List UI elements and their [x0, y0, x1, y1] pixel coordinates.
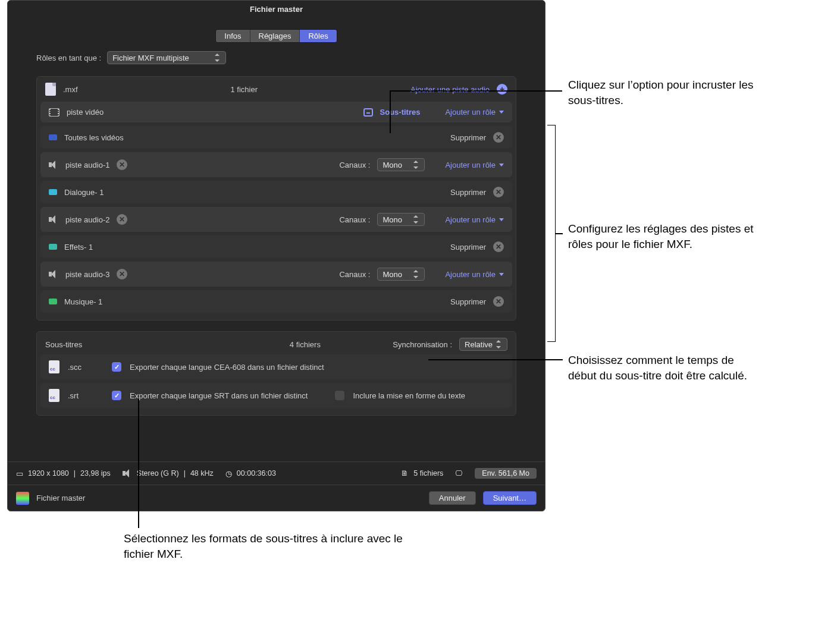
tab-infos[interactable]: Infos	[216, 30, 250, 42]
audio-subrow-label: Effets- 1	[64, 243, 93, 252]
callout-formats: Sélectionnez les formats de sous-titres …	[124, 531, 421, 561]
chevron-down-icon	[499, 218, 504, 221]
display-icon: 🖵	[455, 469, 463, 477]
remove-track-button[interactable]: ✕	[117, 159, 127, 170]
role-chip	[49, 244, 57, 250]
footer: Fichier master Annuler Suivant…	[8, 485, 545, 511]
roles-as-label: Rôles en tant que :	[36, 54, 101, 62]
add-role-button[interactable]: Ajouter un rôle	[445, 215, 504, 224]
status-bar: ▭ 1920 x 1080 | 23,98 ips Stereo (G R) |…	[8, 461, 545, 485]
include-formatting-label: Inclure la mise en forme du texte	[353, 391, 465, 400]
tab-bar: Infos Réglages Rôles	[8, 17, 545, 51]
add-audio-track-button[interactable]: Ajouter une piste audio	[410, 85, 490, 94]
speaker-icon	[49, 270, 58, 278]
captions-icon	[363, 108, 373, 117]
roles-as-value: Fichier MXF multipiste	[112, 54, 189, 62]
remove-button[interactable]: ✕	[493, 187, 504, 197]
audio-subrow-label: Musique- 1	[64, 297, 102, 306]
role-chip	[49, 189, 57, 195]
duration: 00:00:36:03	[237, 469, 276, 477]
chevron-down-icon	[499, 111, 504, 114]
next-button[interactable]: Suivant…	[483, 491, 537, 505]
plus-icon[interactable]: +	[497, 84, 507, 95]
channel-value: Mono	[382, 161, 402, 169]
chevron-down-icon	[499, 273, 504, 276]
role-chip	[49, 134, 57, 140]
audio-track-row: piste audio-1✕Canaux :MonoAjouter un rôl…	[40, 152, 512, 177]
caption-file-icon	[49, 360, 59, 373]
callout-tracks: Configurez les réglages des pistes et rô…	[568, 221, 764, 252]
speaker-icon	[123, 469, 132, 477]
remove-button[interactable]: ✕	[493, 241, 504, 252]
channels-label: Canaux :	[339, 270, 370, 279]
mxf-ext: .mxf	[63, 85, 78, 94]
cancel-button[interactable]: Annuler	[429, 491, 476, 505]
video-subrow: Toutes les vidéos Supprimer ✕	[40, 126, 512, 149]
export-distinct-checkbox[interactable]: ✓	[112, 391, 121, 400]
sync-select[interactable]: Relative	[459, 338, 507, 351]
chevron-down-icon	[499, 164, 504, 167]
captions-header: Sous-titres	[45, 340, 82, 349]
video-subrow-label: Toutes les vidéos	[64, 133, 124, 142]
remove-label: Supprimer	[450, 188, 486, 197]
channel-value: Mono	[382, 270, 402, 279]
callout-line	[390, 90, 391, 133]
speaker-icon	[49, 215, 58, 224]
export-distinct-label: Exporter chaque langue CEA-608 dans un f…	[130, 363, 324, 372]
captions-count: 4 fichiers	[290, 340, 321, 349]
mxf-count: 1 fichier	[231, 85, 258, 94]
audio-subrow: Musique- 1Supprimer✕	[40, 290, 512, 313]
updown-icon	[413, 270, 419, 278]
estimated-size: Env. 561,6 Mo	[475, 468, 537, 479]
burn-captions-button[interactable]: Sous-titres	[380, 108, 421, 117]
export-distinct-checkbox[interactable]: ✓	[112, 362, 121, 372]
export-distinct-label: Exporter chaque langue SRT dans un fichi…	[130, 391, 308, 400]
updown-icon	[413, 215, 419, 224]
film-icon	[49, 108, 59, 117]
callout-line	[556, 233, 563, 234]
channel-select[interactable]: Mono	[377, 213, 425, 226]
remove-track-button[interactable]: ✕	[117, 214, 127, 225]
updown-icon	[496, 340, 502, 348]
channel-select[interactable]: Mono	[377, 268, 425, 281]
speaker-icon	[49, 161, 58, 169]
tab-reglages[interactable]: Réglages	[250, 30, 300, 42]
channels-label: Canaux :	[339, 215, 370, 224]
footer-master: Fichier master	[36, 494, 85, 502]
channel-select[interactable]: Mono	[377, 158, 425, 171]
remove-button[interactable]: ✕	[493, 296, 504, 307]
role-chip	[49, 299, 57, 304]
fps: 23,98 ips	[80, 469, 111, 477]
include-formatting-checkbox[interactable]: ✓	[335, 391, 344, 400]
tab-roles[interactable]: Rôles	[300, 30, 336, 42]
add-role-button[interactable]: Ajouter un rôle	[445, 161, 504, 169]
channels-label: Canaux :	[339, 161, 370, 169]
remove-button[interactable]: ✕	[493, 132, 504, 143]
video-add-role-button[interactable]: Ajouter un rôle	[445, 108, 504, 117]
caption-format-row: .srt✓Exporter chaque langue SRT dans un …	[40, 383, 512, 408]
video-track-row: piste vidéo Sous-titres Ajouter un rôle	[40, 102, 512, 122]
remove-track-button[interactable]: ✕	[117, 269, 127, 279]
file-count: 5 fichiers	[413, 469, 443, 477]
master-thumb-icon	[16, 492, 29, 505]
audio-track-label: piste audio-2	[65, 215, 109, 224]
remove-label: Supprimer	[450, 133, 486, 142]
mxf-card: .mxf 1 fichier Ajouter une piste audio +…	[36, 76, 516, 321]
audio-track-label: piste audio-3	[65, 270, 109, 279]
audio-subrow-label: Dialogue- 1	[64, 188, 104, 197]
roles-as-select[interactable]: Fichier MXF multipiste	[107, 51, 226, 64]
audio-track-label: piste audio-1	[65, 161, 109, 169]
captions-card: Sous-titres 4 fichiers Synchronisation :…	[36, 331, 516, 416]
window-title: Fichier master	[8, 1, 545, 17]
channel-value: Mono	[382, 215, 402, 224]
add-role-button[interactable]: Ajouter un rôle	[445, 270, 504, 279]
monitor-icon: ▭	[16, 469, 23, 478]
audio-track-row: piste audio-3✕Canaux :MonoAjouter un rôl…	[40, 262, 512, 287]
callout-line	[138, 398, 139, 528]
resolution: 1920 x 1080	[28, 469, 69, 477]
mxf-file-icon	[45, 83, 56, 96]
khz: 48 kHz	[190, 469, 214, 477]
updown-icon	[215, 54, 221, 62]
callout-line	[428, 359, 563, 360]
export-dialog: Fichier master Infos Réglages Rôles Rôle…	[7, 0, 545, 511]
